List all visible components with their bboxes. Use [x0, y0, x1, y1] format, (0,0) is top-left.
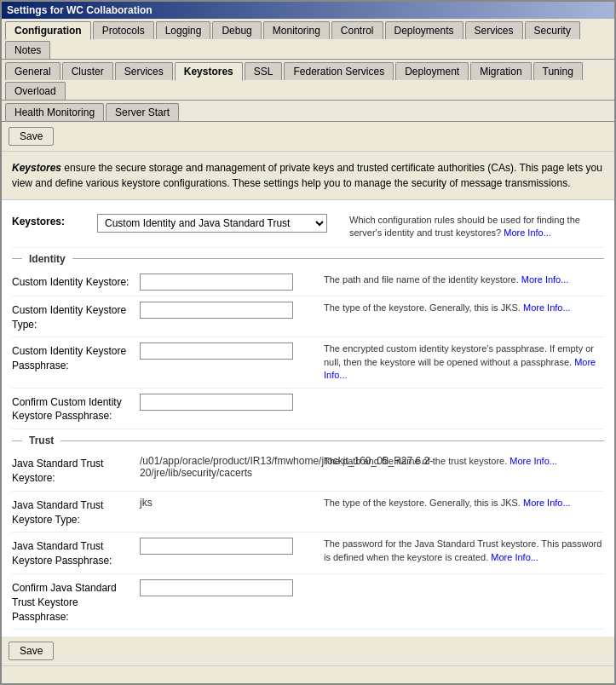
- java-standard-trust-keystore-more-info[interactable]: More Info...: [509, 456, 557, 466]
- java-standard-trust-keystore-passphrase-control: [140, 538, 310, 555]
- java-standard-trust-keystore-type-label: Java Standard Trust Keystore Type:: [12, 497, 140, 527]
- confirm-custom-identity-keystore-passphrase-control: [140, 394, 310, 411]
- keystores-desc: Which configuration rules should be used…: [336, 214, 604, 240]
- description-text: ensure the secure storage and management…: [12, 162, 602, 189]
- java-standard-trust-keystore-type-desc: The type of the keystore. Generally, thi…: [310, 497, 604, 509]
- custom-identity-keystore-more-info[interactable]: More Info...: [521, 274, 569, 285]
- keystores-row: Keystores: Custom Identity and Java Stan…: [12, 207, 604, 248]
- sub-tab-bar-1: General Cluster Services Keystores SSL F…: [2, 60, 614, 101]
- tab-services[interactable]: Services: [115, 62, 173, 80]
- keystores-select-area: Custom Identity and Java Standard Trust: [97, 214, 336, 233]
- tab-deployment[interactable]: Deployment: [395, 62, 469, 80]
- custom-identity-keystore-type-control: [140, 302, 310, 319]
- java-standard-trust-keystore-type-more-info[interactable]: More Info...: [523, 498, 571, 508]
- tab-logging[interactable]: Logging: [156, 21, 211, 39]
- trust-section-header: Trust: [12, 429, 604, 450]
- custom-identity-keystore-row: Custom Identity Keystore: The path and f…: [12, 268, 604, 296]
- main-content: Keystores: Custom Identity and Java Stan…: [2, 200, 614, 636]
- java-standard-trust-keystore-passphrase-more-info[interactable]: More Info...: [491, 552, 538, 562]
- custom-identity-keystore-control: [140, 273, 310, 291]
- tab-cluster[interactable]: Cluster: [62, 62, 113, 80]
- custom-identity-keystore-input[interactable]: [140, 273, 293, 291]
- confirm-java-standard-trust-keystore-passphrase-control: [140, 579, 310, 596]
- tab-overload[interactable]: Overload: [5, 82, 66, 100]
- tab-migration[interactable]: Migration: [470, 62, 531, 80]
- custom-identity-keystore-type-row: Custom Identity Keystore Type: The type …: [12, 296, 604, 338]
- java-standard-trust-keystore-type-row: Java Standard Trust Keystore Type: jks T…: [12, 492, 604, 533]
- custom-identity-keystore-passphrase-label: Custom Identity Keystore Passphrase:: [12, 342, 140, 373]
- confirm-java-standard-trust-keystore-passphrase-label: Confirm Java Standard Trust Keystore Pas…: [12, 579, 140, 624]
- tab-control[interactable]: Control: [331, 21, 383, 39]
- custom-identity-keystore-type-more-info[interactable]: More Info...: [523, 302, 571, 313]
- custom-identity-keystore-passphrase-row: Custom Identity Keystore Passphrase: The…: [12, 337, 604, 388]
- identity-section-header: Identity: [12, 248, 604, 268]
- java-standard-trust-keystore-passphrase-row: Java Standard Trust Keystore Passphrase:…: [12, 532, 604, 574]
- title-bar: Settings for WC Collaboration: [2, 2, 614, 19]
- java-standard-trust-keystore-type-control: jks: [140, 497, 310, 509]
- save-bar-bottom: Save: [2, 636, 614, 666]
- confirm-java-standard-trust-keystore-passphrase-input[interactable]: [140, 579, 293, 596]
- tab-protocols[interactable]: Protocols: [93, 21, 154, 39]
- identity-line-left: [12, 258, 22, 259]
- confirm-custom-identity-keystore-passphrase-row: Confirm Custom Identity Keystore Passphr…: [12, 389, 604, 430]
- java-standard-trust-keystore-desc: The path and file name of the trust keys…: [310, 455, 604, 468]
- confirm-custom-identity-keystore-passphrase-input[interactable]: [140, 394, 293, 411]
- trust-line-right: [60, 440, 604, 441]
- custom-identity-keystore-passphrase-desc: The encrypted custom identity keystore's…: [310, 342, 604, 382]
- tab-security[interactable]: Security: [525, 21, 580, 39]
- tab-debug[interactable]: Debug: [212, 21, 261, 39]
- main-window: Settings for WC Collaboration Configurat…: [0, 0, 616, 685]
- description-italic: Keystores: [12, 162, 61, 174]
- custom-identity-keystore-desc: The path and file name of the identity k…: [310, 273, 604, 286]
- custom-identity-keystore-passphrase-input[interactable]: [140, 342, 293, 360]
- identity-line-right: [72, 258, 604, 259]
- custom-identity-keystore-label: Custom Identity Keystore:: [12, 273, 140, 290]
- tab-configuration[interactable]: Configuration: [5, 21, 91, 40]
- description-box: Keystores ensure the secure storage and …: [2, 152, 614, 200]
- java-standard-trust-keystore-label: Java Standard Trust Keystore:: [12, 455, 140, 486]
- confirm-custom-identity-keystore-passphrase-label: Confirm Custom Identity Keystore Passphr…: [12, 394, 140, 424]
- trust-section-label: Trust: [29, 435, 54, 446]
- trust-line-left: [12, 440, 22, 441]
- save-bar-top: Save: [2, 122, 614, 152]
- tab-ssl[interactable]: SSL: [245, 62, 283, 80]
- java-standard-trust-keystore-control: /u01/app/oracle/product/IR13/fmwhome/jro…: [140, 455, 310, 479]
- custom-identity-keystore-type-desc: The type of the keystore. Generally, thi…: [310, 302, 604, 314]
- keystores-select[interactable]: Custom Identity and Java Standard Trust: [97, 214, 327, 233]
- keystores-more-info[interactable]: More Info...: [504, 227, 551, 238]
- tab-tuning[interactable]: Tuning: [533, 62, 583, 80]
- tab-services[interactable]: Services: [465, 21, 523, 39]
- identity-section-label: Identity: [29, 253, 66, 265]
- java-standard-trust-keystore-passphrase-input[interactable]: [140, 538, 293, 555]
- tab-deployments[interactable]: Deployments: [385, 21, 463, 39]
- tab-server-start[interactable]: Server Start: [106, 103, 179, 121]
- tab-keystores[interactable]: Keystores: [175, 62, 243, 81]
- confirm-java-standard-trust-keystore-passphrase-row: Confirm Java Standard Trust Keystore Pas…: [12, 574, 604, 630]
- window-title: Settings for WC Collaboration: [7, 4, 153, 16]
- tab-federation-services[interactable]: Federation Services: [284, 62, 394, 80]
- custom-identity-keystore-passphrase-control: [140, 342, 310, 360]
- keystores-label: Keystores:: [12, 214, 97, 227]
- tab-general[interactable]: General: [5, 62, 60, 80]
- custom-identity-keystore-type-label: Custom Identity Keystore Type:: [12, 302, 140, 332]
- java-standard-trust-keystore-passphrase-desc: The password for the Java Standard Trust…: [310, 538, 604, 564]
- java-standard-trust-keystore-passphrase-label: Java Standard Trust Keystore Passphrase:: [12, 538, 140, 568]
- main-tab-bar: Configuration Protocols Logging Debug Mo…: [2, 19, 614, 60]
- tab-monitoring[interactable]: Monitoring: [263, 21, 330, 39]
- java-standard-trust-keystore-row: Java Standard Trust Keystore: /u01/app/o…: [12, 450, 604, 492]
- custom-identity-keystore-type-input[interactable]: [140, 302, 293, 319]
- tab-health-monitoring[interactable]: Health Monitoring: [5, 103, 104, 121]
- sub-tab-bar-2: Health Monitoring Server Start: [2, 101, 614, 122]
- save-button-top[interactable]: Save: [9, 127, 54, 146]
- tab-notes[interactable]: Notes: [5, 41, 50, 59]
- java-standard-trust-keystore-type-value: jks: [140, 497, 153, 509]
- save-button-bottom[interactable]: Save: [9, 642, 54, 660]
